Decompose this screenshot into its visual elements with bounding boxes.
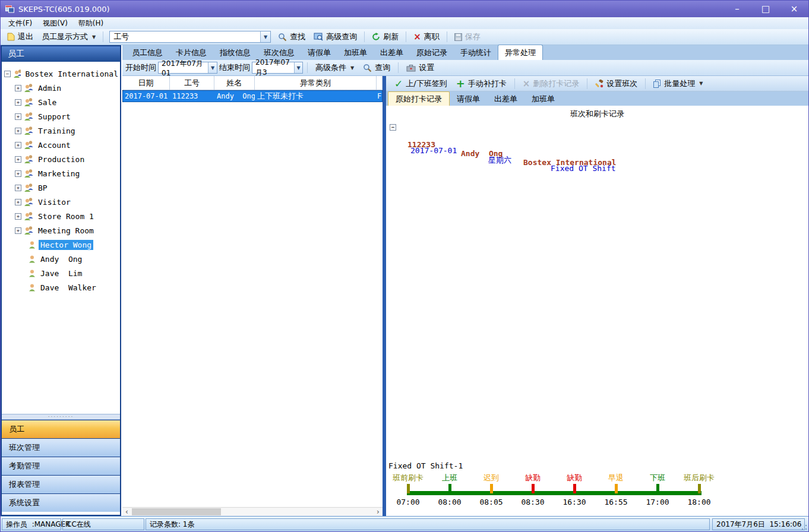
tree-expander-icon[interactable]: + <box>15 128 21 134</box>
find-button[interactable]: 查找 <box>274 30 309 43</box>
tree-item[interactable]: + Admin <box>2 81 120 95</box>
nav-button[interactable]: 员工 <box>2 420 120 438</box>
column-header-name[interactable]: 姓名 <box>214 76 255 90</box>
scroll-right-icon[interactable]: › <box>374 508 383 516</box>
tree-item[interactable]: − Bostex International <box>2 66 120 81</box>
sign-in-out-button[interactable]: ✓ 上/下班签到 <box>391 77 451 91</box>
tree-item-label: Visitor <box>36 197 72 207</box>
advanced-condition-button[interactable]: 高级条件 ▼ <box>312 61 358 74</box>
tree-expander-icon[interactable]: + <box>15 199 21 205</box>
tree-item[interactable]: + BP <box>2 180 120 195</box>
tree-item[interactable]: + Production <box>2 152 120 166</box>
tree-item[interactable]: + Account <box>2 138 120 152</box>
tree-expander-icon[interactable]: + <box>15 170 21 177</box>
combo-dropdown-icon[interactable]: ▼ <box>294 62 302 73</box>
set-shift-button[interactable]: 设置班次 <box>592 77 641 90</box>
settings-button[interactable]: 设置 <box>403 61 438 74</box>
delete-punch-button[interactable]: × 删除打卡记录 <box>519 77 583 90</box>
shift-record-row[interactable]: 2017-07-01 星期六 Fixed OT Shift <box>386 137 808 149</box>
tree-item[interactable]: + Marketing <box>2 166 120 180</box>
tree-item[interactable]: + Visitor <box>2 195 120 209</box>
tree-item[interactable]: + Store Room 1 <box>2 209 120 223</box>
tree-expander-icon[interactable]: + <box>15 142 21 148</box>
detail-tab[interactable]: 请假单 <box>450 92 487 106</box>
end-date-picker[interactable]: 2017年07月3 ▼ <box>252 62 303 74</box>
nav-button[interactable]: 系统设置 <box>2 493 120 512</box>
tree-item[interactable]: Dave Walker <box>2 280 120 294</box>
tree-expander-icon[interactable]: + <box>15 213 21 220</box>
tree-expander-icon[interactable] <box>22 284 26 291</box>
detail-panel: ✓ 上/下班签到 + 手动补打卡 × 删除打卡记录 设置班次 批量处理 ▼ <box>386 76 808 516</box>
sidebar-splitter[interactable]: ········· <box>2 414 120 420</box>
main-tab[interactable]: 员工信息 <box>125 45 169 60</box>
main-tab[interactable]: 指纹信息 <box>213 45 257 60</box>
tree-item[interactable]: Hector Wong <box>2 238 120 252</box>
person-icon <box>28 269 36 278</box>
column-header-empid[interactable]: 工号 <box>170 76 214 90</box>
refresh-button[interactable]: 刷新 <box>368 30 402 43</box>
search-field-combo[interactable]: 工号 ▼ <box>109 31 271 43</box>
menu-view[interactable]: 视图(V) <box>37 17 73 30</box>
nav-button[interactable]: 班次管理 <box>2 438 120 457</box>
tree-expander-icon[interactable] <box>22 242 26 248</box>
advanced-query-button[interactable]: 高级查询 <box>310 30 361 43</box>
manual-punch-button[interactable]: + 手动补打卡 <box>453 76 510 91</box>
detail-tab[interactable]: 出差单 <box>487 92 524 106</box>
record-expander-icon[interactable]: − <box>390 124 396 131</box>
main-tab[interactable]: 请假单 <box>301 45 337 60</box>
tree-expander-icon[interactable]: + <box>15 99 21 106</box>
tree-expander-icon[interactable]: + <box>15 227 21 234</box>
maximize-button[interactable]: □ <box>751 1 780 17</box>
tree-expander-icon[interactable]: + <box>15 185 21 191</box>
marker-time: 18:00 <box>687 498 710 506</box>
nav-button[interactable]: 考勤管理 <box>2 457 120 475</box>
menu-file[interactable]: 文件(F) <box>3 17 37 30</box>
close-button[interactable]: × <box>780 1 808 17</box>
detail-tab[interactable]: 原始打卡记录 <box>388 91 450 106</box>
main-tab[interactable]: 原始记录 <box>410 45 454 60</box>
main-tab[interactable]: 加班单 <box>337 45 374 60</box>
tree-expander-icon[interactable]: + <box>15 156 21 163</box>
save-button[interactable]: 保存 <box>451 30 484 43</box>
scrollbar-thumb[interactable] <box>132 508 221 515</box>
exit-button[interactable]: 退出 <box>4 30 37 43</box>
tree-item[interactable]: Andy Ong <box>2 252 120 266</box>
tree-item-label: Account <box>36 140 72 150</box>
table-row[interactable]: 2017-07-01 112233 Andy Ong 上下班未打卡 F <box>122 90 383 102</box>
main-tab[interactable]: 异常处理 <box>498 45 543 60</box>
tree-expander-icon[interactable]: + <box>15 113 21 120</box>
tree-item[interactable]: + Training <box>2 124 120 138</box>
tree-item[interactable]: + Sale <box>2 95 120 109</box>
batch-process-button[interactable]: 批量处理 ▼ <box>650 77 706 90</box>
tree-expander-icon[interactable]: − <box>4 71 11 77</box>
column-header-category[interactable]: 异常类别 <box>255 76 377 90</box>
tree-item[interactable]: + Meeting Room <box>2 223 120 238</box>
menu-help[interactable]: 帮助(H) <box>73 17 109 30</box>
start-date-picker[interactable]: 2017年07月01 ▼ <box>158 62 217 74</box>
resize-grip[interactable] <box>801 524 808 531</box>
detail-tab[interactable]: 加班单 <box>524 92 562 106</box>
column-header-date[interactable]: 日期 <box>122 76 170 90</box>
tree-expander-icon[interactable]: + <box>15 85 21 91</box>
combo-dropdown-icon[interactable]: ▼ <box>208 62 217 73</box>
tree-item[interactable]: Jave Lim <box>2 266 120 280</box>
main-tab[interactable]: 手动统计 <box>454 45 498 60</box>
display-mode-button[interactable]: 员工显示方式 ▼ <box>38 30 99 43</box>
resign-button[interactable]: × 离职 <box>410 30 443 43</box>
main-tab[interactable]: 卡片信息 <box>169 45 213 60</box>
tree-expander-icon[interactable] <box>22 256 26 262</box>
status-record-count: 记录条数: 1条 <box>146 518 710 530</box>
minimize-button[interactable]: – <box>723 1 751 17</box>
tree-expander-icon[interactable] <box>22 270 26 277</box>
scroll-left-icon[interactable]: ‹ <box>122 508 131 516</box>
nav-button[interactable]: 报表管理 <box>2 475 120 493</box>
toolbar-separator <box>398 62 399 73</box>
main-tab[interactable]: 出差单 <box>374 45 410 60</box>
department-icon <box>24 154 34 164</box>
horizontal-scrollbar[interactable]: ‹ › <box>122 507 383 516</box>
tree-item[interactable]: + Support <box>2 109 120 124</box>
query-button[interactable]: 查询 <box>359 61 394 74</box>
combo-dropdown-icon[interactable]: ▼ <box>260 31 270 42</box>
delete-x-icon: × <box>523 78 530 89</box>
employee-record-row[interactable]: − 112233 Andy Ong Bostex International <box>386 122 808 134</box>
